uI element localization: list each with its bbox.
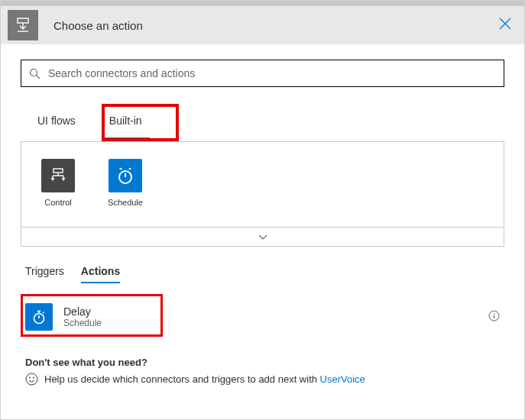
- chevron-down-icon: [258, 234, 267, 241]
- tab-built-in[interactable]: Built-in: [92, 105, 159, 139]
- svg-rect-0: [18, 18, 28, 23]
- tab-label: Actions: [81, 265, 120, 277]
- expand-connectors-button[interactable]: [21, 227, 504, 246]
- help-section: Don't see what you need? Help us decide …: [21, 357, 504, 386]
- tab-active-indicator: [102, 137, 150, 140]
- tab-label: Built-in: [109, 115, 142, 127]
- svg-line-6: [37, 75, 41, 79]
- search-icon: [29, 68, 41, 79]
- svg-line-18: [43, 312, 44, 314]
- svg-rect-7: [53, 169, 63, 173]
- action-list: Delay Schedule: [21, 299, 504, 335]
- svg-point-5: [31, 69, 37, 76]
- schedule-clock-icon: [109, 159, 142, 192]
- stopwatch-icon: [25, 303, 53, 331]
- action-title: Delay: [63, 305, 488, 318]
- connectors-panel: Control Schedule: [21, 141, 504, 247]
- dialog-title: Choose an action: [53, 19, 143, 32]
- close-icon: [499, 18, 511, 30]
- action-info-button[interactable]: [488, 310, 500, 325]
- control-icon: [41, 159, 75, 192]
- action-box-icon: [8, 10, 38, 40]
- help-title: Don't see what you need?: [25, 357, 504, 368]
- svg-point-20: [494, 312, 495, 314]
- uservoice-link[interactable]: UserVoice: [320, 373, 365, 385]
- tab-label: UI flows: [37, 115, 76, 127]
- action-delay[interactable]: Delay Schedule: [21, 299, 504, 335]
- action-subtitle: Schedule: [63, 318, 488, 328]
- close-button[interactable]: [499, 18, 511, 33]
- connector-label: Schedule: [108, 198, 143, 207]
- svg-point-23: [29, 377, 31, 379]
- connector-schedule[interactable]: Schedule: [102, 159, 148, 207]
- help-text: Help us decide which connectors and trig…: [44, 373, 320, 385]
- dialog-header: Choose an action: [1, 1, 524, 44]
- connector-control[interactable]: Control: [35, 159, 81, 207]
- connector-label: Control: [44, 198, 71, 207]
- tab-label: Triggers: [25, 265, 64, 277]
- scope-tabs: UI flows Built-in: [21, 105, 504, 139]
- smiley-icon: [25, 373, 38, 386]
- svg-point-24: [33, 377, 34, 379]
- tab-actions[interactable]: Actions: [81, 265, 120, 283]
- triggers-actions-tabs: Triggers Actions: [21, 265, 504, 283]
- tab-triggers[interactable]: Triggers: [25, 265, 64, 283]
- search-box[interactable]: [21, 60, 504, 87]
- search-input[interactable]: [48, 67, 496, 79]
- svg-point-22: [26, 373, 37, 385]
- info-icon: [488, 310, 500, 321]
- tab-ui-flows[interactable]: UI flows: [21, 105, 92, 139]
